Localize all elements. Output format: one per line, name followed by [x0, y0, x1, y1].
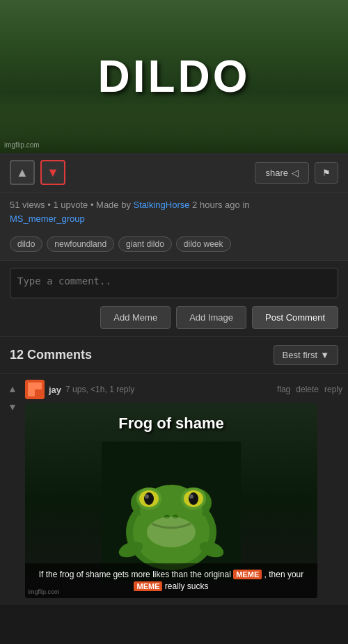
svg-rect-0: [25, 380, 45, 399]
svg-point-17: [189, 494, 193, 499]
comment-downvote-button[interactable]: ▼: [5, 399, 20, 414]
add-meme-button[interactable]: Add Meme: [100, 306, 171, 329]
views-count: 51 views: [10, 200, 45, 210]
made-by-label: Made by: [96, 200, 131, 210]
caption-pre: If the frog of shame gets more likes tha…: [39, 570, 231, 579]
comment-textarea[interactable]: [10, 268, 338, 298]
hero-watermark: imgflip.com: [4, 141, 40, 149]
comment-buttons: Add Meme Add Image Post Comment: [10, 306, 338, 329]
comments-count: 12 Comments: [10, 348, 274, 362]
tags-container: dildo newfoundland giant dildo dildo wee…: [0, 232, 348, 261]
action-bar: ▲ ▼ share ◁ ⚑: [0, 153, 348, 193]
caption-post: really sucks: [165, 581, 209, 591]
tag-2[interactable]: giant dildo: [118, 236, 172, 252]
add-image-button[interactable]: Add Image: [176, 306, 246, 329]
sort-arrow-icon: ▼: [320, 350, 329, 360]
share-button[interactable]: share ◁: [255, 162, 309, 184]
share-icon: ◁: [292, 168, 299, 178]
meme-highlight-2: MEME: [134, 581, 162, 591]
tag-0[interactable]: dildo: [10, 236, 42, 252]
comment-stats-0: 7 ups, <1h, 1 reply: [65, 385, 134, 394]
downvote-button[interactable]: ▼: [40, 160, 65, 185]
hero-sign-text: DILDO: [97, 51, 250, 102]
hero-image: DILDO imgflip.com: [0, 0, 348, 153]
meta-info: 51 views • 1 upvote • Made by StalkingHo…: [0, 193, 348, 232]
comment-username-0[interactable]: jay: [49, 385, 61, 395]
comments-header: 12 Comments Best first ▼: [0, 337, 348, 374]
comment-reply-link[interactable]: reply: [324, 385, 342, 394]
imgflip-watermark: imgflip.com: [28, 588, 60, 595]
post-comment-button[interactable]: Post Comment: [252, 306, 338, 329]
frog-caption: If the frog of shame gets more likes tha…: [25, 563, 317, 598]
flag-button[interactable]: ⚑: [315, 162, 338, 184]
comment-avatar-0: [25, 380, 45, 399]
frog-title: Frog of shame: [25, 414, 317, 433]
meme-highlight-1: MEME: [233, 570, 262, 579]
svg-point-20: [147, 517, 196, 547]
comment-image-0: Frog of shame: [25, 403, 317, 598]
svg-rect-3: [28, 389, 35, 396]
comment-meta-0: jay 7 ups, <1h, 1 reply flag delete repl…: [25, 380, 342, 399]
comment-delete-link[interactable]: delete: [296, 385, 319, 394]
sort-label: Best first: [283, 350, 318, 360]
comment-flag-link[interactable]: flag: [277, 385, 290, 394]
upvotes-count: 1 upvote: [53, 200, 88, 210]
post-time: 2 hours ago in: [192, 200, 249, 210]
comment-actions-0: flag delete reply: [277, 385, 342, 394]
frog-svg: [102, 442, 241, 581]
caption-mid: , then your: [264, 570, 304, 579]
svg-point-13: [145, 494, 149, 499]
share-label: share: [265, 168, 288, 178]
comment-upvote-button[interactable]: ▲: [5, 381, 20, 396]
comment-item-0: ▲ ▼ jay 7 ups, <1h, 1 reply flag delete …: [0, 374, 348, 604]
comment-input-area: Add Meme Add Image Post Comment: [0, 261, 348, 337]
comment-body-0: jay 7 ups, <1h, 1 reply flag delete repl…: [25, 374, 348, 604]
upvote-button[interactable]: ▲: [10, 160, 35, 185]
svg-rect-2: [35, 383, 42, 389]
svg-rect-1: [28, 383, 35, 389]
username-link[interactable]: StalkingHorse: [134, 200, 190, 210]
svg-point-12: [144, 492, 154, 505]
sort-button[interactable]: Best first ▼: [274, 345, 338, 365]
group-link[interactable]: MS_memer_group: [10, 214, 85, 224]
comment-vote-col: ▲ ▼: [0, 374, 25, 604]
tag-1[interactable]: newfoundland: [47, 236, 114, 252]
tag-3[interactable]: dildo week: [176, 236, 231, 252]
svg-point-16: [189, 492, 198, 505]
